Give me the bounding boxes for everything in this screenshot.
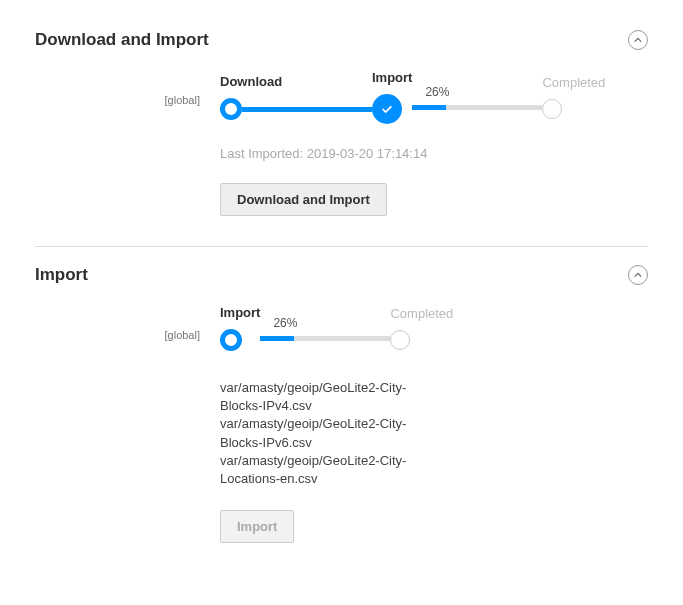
scope-label: [global] <box>35 305 220 341</box>
content-body: Import 26% Completed <box>220 305 648 543</box>
bar-import-completed <box>412 105 542 110</box>
step-completed-node <box>390 330 410 350</box>
step-import-label: Import <box>220 305 260 323</box>
section-header[interactable]: Import <box>35 265 648 305</box>
file-path: var/amasty/geoip/GeoLite2-City-Blocks-IP… <box>220 415 440 451</box>
progress-percent: 26% <box>412 85 462 103</box>
step-completed-label: Completed <box>542 75 605 93</box>
chevron-up-icon[interactable] <box>628 30 648 50</box>
import-section: Import [global] Import 26% <box>35 265 648 543</box>
section-title: Download and Import <box>35 30 209 50</box>
content-body: Download Import <box>220 70 648 216</box>
progress-stepper: Import 26% Completed <box>220 305 648 351</box>
progress-percent: 26% <box>260 316 310 334</box>
import-button[interactable]: Import <box>220 510 294 543</box>
bar-download-import <box>242 107 372 112</box>
step-download-label: Download <box>220 74 282 92</box>
file-list: var/amasty/geoip/GeoLite2-City-Blocks-IP… <box>220 379 440 488</box>
step-download-node <box>220 98 242 120</box>
section-title: Import <box>35 265 88 285</box>
section-header[interactable]: Download and Import <box>35 30 648 70</box>
bar-import-completed <box>260 336 390 341</box>
step-completed-node <box>542 99 562 119</box>
progress-stepper: Download Import <box>220 70 648 124</box>
download-import-section: Download and Import [global] Download Im… <box>35 30 648 216</box>
scope-label: [global] <box>35 70 220 106</box>
divider <box>35 246 648 247</box>
step-import-label: Import <box>372 70 412 88</box>
download-and-import-button[interactable]: Download and Import <box>220 183 387 216</box>
step-completed-label: Completed <box>390 306 453 324</box>
last-imported-text: Last Imported: 2019-03-20 17:14:14 <box>220 146 648 161</box>
step-import-node <box>372 94 402 124</box>
file-path: var/amasty/geoip/GeoLite2-City-Locations… <box>220 452 440 488</box>
section-content: [global] Import 26% <box>35 305 648 543</box>
file-path: var/amasty/geoip/GeoLite2-City-Blocks-IP… <box>220 379 440 415</box>
chevron-up-icon[interactable] <box>628 265 648 285</box>
section-content: [global] Download Import <box>35 70 648 216</box>
step-import-node <box>220 329 242 351</box>
